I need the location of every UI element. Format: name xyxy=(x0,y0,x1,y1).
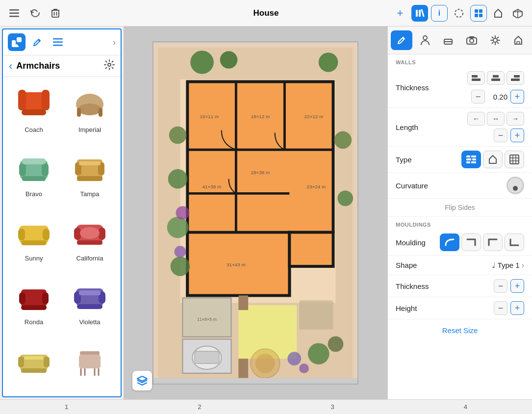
height-row: Height − + xyxy=(388,297,532,319)
panel-tabs: › xyxy=(3,29,121,55)
furniture-label-violetta: Violetta xyxy=(79,318,100,326)
panel-settings-button[interactable] xyxy=(104,59,115,73)
library-button[interactable] xyxy=(411,5,428,22)
mouldings-section-label: MOULDINGS xyxy=(388,217,532,230)
align-center-btn[interactable] xyxy=(487,71,505,85)
shape-label: Shape xyxy=(396,261,492,269)
align-right-btn[interactable] xyxy=(507,71,524,85)
curvature-handle[interactable] xyxy=(507,177,524,194)
thickness-row: Thickness − 0.20 + xyxy=(388,67,532,108)
svg-point-109 xyxy=(176,206,190,220)
furniture-item-unnamed2[interactable] xyxy=(63,337,117,392)
menu-button[interactable] xyxy=(6,5,23,22)
left-panel: › ‹ Armchairs xyxy=(2,28,122,397)
furniture-label-sunny: Sunny xyxy=(25,255,43,262)
3d-button[interactable] xyxy=(509,5,526,22)
panel-chevron-icon[interactable]: › xyxy=(113,37,116,48)
house-button[interactable] xyxy=(490,5,507,22)
furniture-item-coach[interactable]: Coach xyxy=(7,81,61,143)
furniture-item-sunny[interactable]: Sunny xyxy=(7,209,61,272)
canvas-area[interactable]: 15×11 m 18×12 m 22×12 m 41×38 m 28×38 m … xyxy=(124,26,387,399)
curvature-label: Curvature xyxy=(396,181,507,190)
moulding-btn-3[interactable] xyxy=(483,233,503,251)
type-btn-brick[interactable] xyxy=(461,151,481,168)
layout-button[interactable] xyxy=(470,5,487,22)
shape-row: Shape ♩ Type 1 › xyxy=(388,256,532,275)
type-btn-grid[interactable] xyxy=(505,151,524,168)
direction-row: ← ↔ → xyxy=(467,112,524,126)
length-minus-btn[interactable]: − xyxy=(494,129,507,142)
svg-rect-1 xyxy=(9,12,19,14)
type-btn-house[interactable] xyxy=(483,151,503,168)
moulding-btn-4[interactable] xyxy=(505,233,524,251)
curvature-dot xyxy=(513,186,518,191)
furniture-item-ronda[interactable]: Ronda xyxy=(7,273,61,336)
svg-text:31×43 m: 31×43 m xyxy=(227,262,246,267)
tab-list[interactable] xyxy=(49,33,67,51)
add-button[interactable]: + xyxy=(392,5,408,22)
rpanel-tab-person[interactable] xyxy=(414,30,436,50)
height-minus-btn[interactable]: − xyxy=(494,301,507,315)
svg-point-106 xyxy=(337,190,353,206)
moulding-btn-1[interactable] xyxy=(440,233,459,251)
info-button[interactable]: i xyxy=(431,5,448,22)
svg-rect-128 xyxy=(472,78,481,81)
svg-rect-51 xyxy=(77,240,102,245)
svg-text:22×12 m: 22×12 m xyxy=(304,114,323,119)
furniture-item-bravo[interactable]: Bravo xyxy=(7,145,61,207)
thickness-minus-btn[interactable]: − xyxy=(471,90,485,104)
reset-size-button[interactable]: Reset Size xyxy=(388,319,532,341)
panel-title: Armchairs xyxy=(16,61,104,71)
svg-rect-45 xyxy=(18,229,25,240)
furniture-label-bravo: Bravo xyxy=(25,190,42,198)
thickness-value: 0.20 xyxy=(488,93,507,101)
svg-rect-22 xyxy=(53,45,63,46)
length-plus-btn[interactable]: + xyxy=(510,129,524,142)
shape-value-row[interactable]: ♩ Type 1 › xyxy=(492,260,524,270)
delete-button[interactable] xyxy=(47,5,64,22)
svg-rect-55 xyxy=(42,292,49,304)
dir-right-btn[interactable]: → xyxy=(507,112,524,126)
flip-sides-button[interactable]: Flip Sides xyxy=(388,199,532,217)
furniture-item-unnamed1[interactable] xyxy=(7,337,61,392)
rpanel-tab-building[interactable] xyxy=(507,30,529,50)
back-button[interactable]: ‹ xyxy=(9,60,12,73)
svg-rect-46 xyxy=(43,229,50,240)
furniture-img-sunny xyxy=(12,213,56,253)
undo-button[interactable] xyxy=(26,5,43,22)
layers-button[interactable] xyxy=(132,371,152,390)
furniture-img-unnamed1 xyxy=(12,341,56,381)
align-left-btn[interactable] xyxy=(467,71,485,85)
dir-left-btn[interactable]: ← xyxy=(467,112,485,126)
furniture-item-tampa[interactable]: Tampa xyxy=(63,145,117,207)
height-plus-btn[interactable]: + xyxy=(510,301,524,315)
svg-point-9 xyxy=(455,9,463,17)
moulding-thickness-plus-btn[interactable]: + xyxy=(510,279,524,293)
svg-rect-12 xyxy=(475,14,478,17)
rpanel-tab-draw[interactable] xyxy=(391,30,412,50)
tab-edit[interactable] xyxy=(28,33,46,51)
selection-button[interactable] xyxy=(451,5,467,22)
thickness-controls: − 0.20 + xyxy=(467,71,524,104)
furniture-item-california[interactable]: California xyxy=(63,209,117,272)
rpanel-tab-camera[interactable] xyxy=(461,30,482,50)
rpanel-tab-sun[interactable] xyxy=(484,30,506,50)
thickness-plus-btn[interactable]: + xyxy=(510,90,524,104)
moulding-btn-2[interactable] xyxy=(461,233,481,251)
bottom-bar: 1 2 3 4 xyxy=(0,399,532,414)
furniture-item-imperial[interactable]: Imperial xyxy=(63,81,117,143)
rpanel-tab-eraser[interactable] xyxy=(437,30,459,50)
svg-point-99 xyxy=(220,51,238,69)
moulding-thickness-minus-btn[interactable]: − xyxy=(494,279,507,293)
furniture-item-violetta[interactable]: Violetta xyxy=(63,273,117,336)
furniture-label-ronda: Ronda xyxy=(25,318,43,326)
svg-point-105 xyxy=(334,131,352,149)
tab-shapes[interactable] xyxy=(8,33,25,51)
thickness-value-row: − 0.20 + xyxy=(471,90,524,104)
dir-both-btn[interactable]: ↔ xyxy=(487,112,505,126)
svg-rect-61 xyxy=(79,290,101,295)
floor-plan-svg[interactable]: 15×11 m 18×12 m 22×12 m 41×38 m 28×38 m … xyxy=(152,41,358,385)
moulding-thickness-label: Thickness xyxy=(396,282,494,290)
svg-text:23×24 m: 23×24 m xyxy=(306,184,326,189)
bottom-num-2: 2 xyxy=(198,403,201,411)
